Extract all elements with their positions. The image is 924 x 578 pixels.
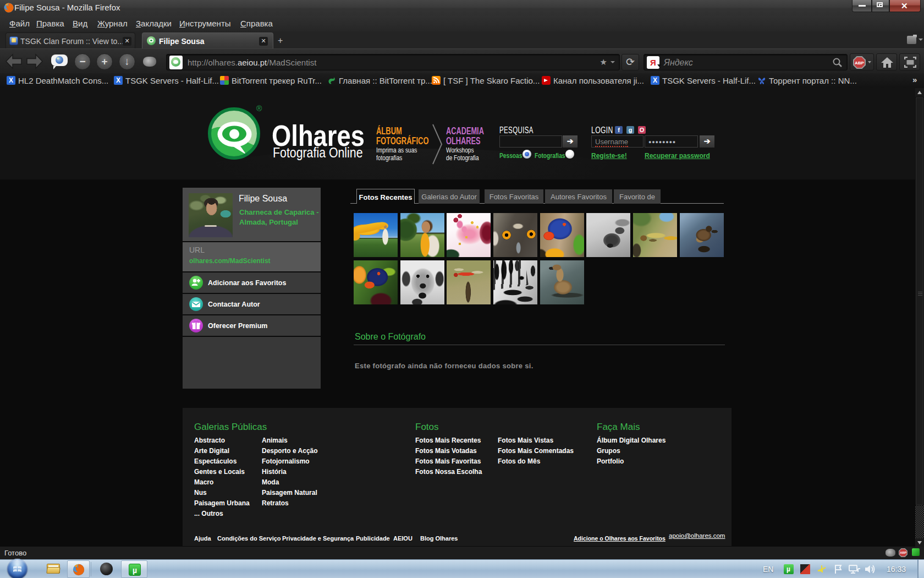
svg-text:ABP: ABP [855, 61, 865, 66]
svg-text:ABP: ABP [900, 551, 906, 554]
